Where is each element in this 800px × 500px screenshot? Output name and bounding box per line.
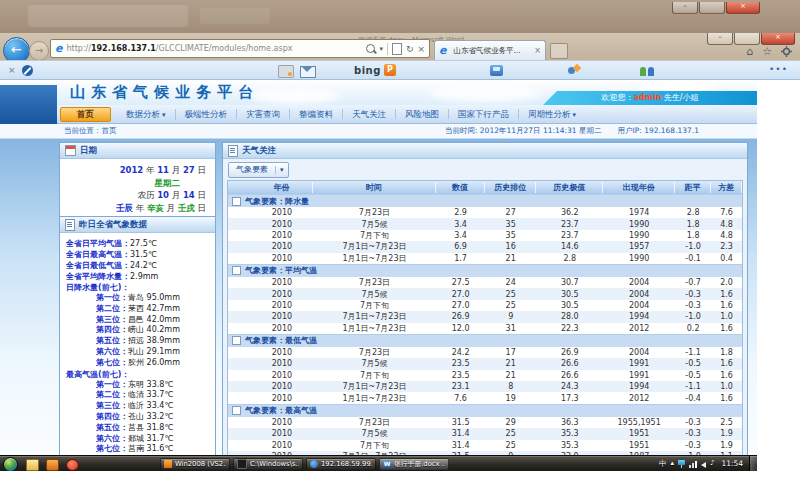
table-group-header[interactable]: 气象要素：最高气温 — [228, 404, 742, 417]
stat-line: 全省日最低气温：24.2℃ — [66, 260, 211, 271]
table-group-header[interactable]: 气象要素：平均气温 — [228, 264, 742, 277]
address-bar[interactable]: e http://192.168.137.1/GLCCLIMATE/module… — [50, 39, 430, 58]
browser-pinned-icon[interactable] — [66, 459, 79, 471]
site-header: 山东省气候业务平台 欢迎您：admin 先生/小姐 — [0, 80, 757, 105]
browser-tab[interactable]: e 山东省气候业务平... × — [434, 40, 546, 60]
maximize-button[interactable] — [699, 2, 725, 14]
favorites-star-icon[interactable]: ☆ — [762, 46, 772, 57]
breadcrumb-bar: 当前位置：首页 当前时间: 2012年11月27日 11:14:31 星期二 用… — [0, 124, 757, 139]
nav-item[interactable]: 风险地图▾ — [396, 109, 449, 119]
taskbar-button[interactable]: C:\Windows\s... — [233, 458, 303, 471]
browser-caption-buttons: – × — [706, 33, 795, 45]
rank-line: 第七位：胶州 26.0mm — [66, 358, 211, 369]
task-app-icon — [164, 460, 172, 468]
system-tray: 中 ▴ ♪ 11:54 — [659, 458, 743, 469]
close-button[interactable]: × — [726, 2, 760, 14]
ganzhi-date: 壬辰 年 辛亥 月 壬戌 日 — [64, 202, 206, 215]
blocked-circle-icon[interactable] — [22, 65, 33, 76]
ime-indicator[interactable]: 中 — [659, 458, 667, 469]
compatibility-view-icon[interactable] — [392, 43, 402, 55]
table-row: 2010 7月下旬 3.4 35 23.7 1990 1.8 4 — [228, 230, 742, 241]
weather-stats-panel: 昨日全省气象数据 全省日平均气温：27.5℃ 全省日最高气温：31.5℃ 全省日… — [59, 216, 216, 471]
rank-line: 第六位：乳山 29.1mm — [66, 347, 211, 358]
browser-forward-button[interactable]: → — [29, 41, 49, 61]
group-checkbox[interactable] — [232, 266, 241, 275]
main-nav: 首页▾ 数据分析▾ 极端性分析▾ 灾害查询▾ 整编资料▾ 天气关注▾ 风险地图▾… — [0, 105, 757, 124]
table-group-header[interactable]: 气象要素：降水量 — [228, 194, 742, 207]
group-checkbox[interactable] — [232, 336, 241, 345]
bing-logo[interactable]: bing P — [354, 64, 396, 76]
webpage: 山东省气候业务平台 欢迎您：admin 先生/小姐 首页▾ 数据分析▾ 极端性分… — [0, 80, 757, 471]
card-reader-icon[interactable] — [278, 65, 294, 78]
nav-item[interactable]: 首页▾ — [60, 107, 111, 122]
nav-item[interactable]: 天气关注▾ — [343, 109, 396, 119]
tray-expand-icon[interactable]: ▴ — [670, 458, 674, 469]
refresh-icon[interactable]: ↻ — [406, 44, 414, 54]
taskbar-button[interactable]: 192.168.59.99... — [306, 458, 376, 471]
browser-maximize-button[interactable] — [734, 33, 760, 45]
element-selector-button[interactable]: 气象要素 ▾ — [228, 162, 289, 178]
minimize-button[interactable]: – — [672, 2, 698, 14]
stop-icon[interactable]: × — [417, 44, 425, 54]
stat-line: 全省日平均气温：27.5℃ — [66, 238, 211, 249]
browser-close-button[interactable]: × — [761, 33, 795, 45]
table-header-row: 年份 时间 数值 历史排位 历史极值 出现年份 距平 方差 — [228, 181, 742, 194]
stat-line: 全省平均降水量：2.9mm — [66, 271, 211, 282]
rank-line: 第四位：崂山 40.2mm — [66, 325, 211, 336]
nav-item[interactable]: 国家下行产品▾ — [449, 109, 519, 119]
section-title: 日降水量(前七)： — [66, 282, 211, 293]
table-group-header[interactable]: 气象要素：最低气温 — [228, 334, 742, 347]
table-row: 2010 1月1日~7月23日 12.0 31 22.3 2012 0.2 — [228, 323, 742, 334]
media-player-icon[interactable] — [46, 459, 59, 471]
toolbar-overflow-icon[interactable]: ••• — [769, 64, 788, 74]
taskbar-button[interactable]: Win2008 (VS2... — [160, 458, 230, 471]
show-desktop-button[interactable] — [749, 456, 757, 471]
nav-item[interactable]: 灾害查询▾ — [237, 109, 290, 119]
nav-item[interactable]: 周期性分析▾ — [519, 109, 585, 120]
highlights-icon[interactable] — [568, 65, 580, 76]
people-icon[interactable] — [640, 65, 654, 76]
table-row: 2010 7月5候 31.4 25 35.3 1951 -0.3 — [228, 428, 742, 439]
start-button[interactable] — [3, 457, 18, 471]
task-app-icon — [310, 460, 318, 468]
volume-icon[interactable] — [701, 462, 706, 468]
taskbar: Win2008 (VS2... C:\Windows\s... 192.168.… — [0, 455, 757, 471]
action-center-flag-icon[interactable] — [678, 460, 685, 468]
media-tray-icon[interactable]: ♪ — [710, 458, 714, 469]
table-row: 2010 7月23日 2.9 27 36.2 1974 2.8 — [228, 207, 742, 218]
url-text[interactable]: http://192.168.137.1/GLCCLIMATE/modules/… — [66, 44, 362, 53]
gear-icon[interactable] — [781, 46, 792, 57]
mail-icon[interactable] — [300, 66, 316, 78]
chevron-down-icon: ▾ — [162, 111, 166, 119]
search-dropdown-icon[interactable]: ▾ — [379, 45, 383, 53]
browser-minimize-button[interactable]: – — [707, 33, 733, 45]
rank-line: 第七位：莒南 31.6℃ — [66, 444, 211, 455]
new-tab-button[interactable] — [550, 43, 568, 59]
chevron-down-icon[interactable]: ▾ — [275, 166, 288, 174]
table-row: 2010 1月1日~7月23日 1.7 21 2.8 1990 -0.1 — [228, 253, 742, 264]
search-icon[interactable] — [366, 44, 375, 53]
toolbar-close-icon[interactable]: × — [8, 65, 16, 75]
network-icon[interactable] — [689, 460, 697, 468]
table-row: 2010 7月5候 23.5 21 26.6 1991 -0.5 — [228, 358, 742, 369]
nav-item[interactable]: 极端性分析▾ — [176, 109, 238, 119]
taskbar-button[interactable]: W 银行手册.docx ... — [379, 458, 449, 471]
task-buttons: Win2008 (VS2... C:\Windows\s... 192.168.… — [160, 458, 449, 471]
gregorian-date: 2012 年 11 月 27 日 — [64, 164, 206, 177]
messenger-icon[interactable] — [490, 65, 503, 76]
table-row: 2010 7月下旬 31.4 25 35.3 1951 -0.3 — [228, 440, 742, 451]
home-icon[interactable]: ⌂ — [746, 46, 753, 57]
nav-item[interactable]: 整编资料▾ — [290, 109, 343, 119]
bing-badge-icon: P — [384, 64, 396, 76]
date-panel: 日期 2012 年 11 月 27 日 星期二 农历 10 月 14 日 — [59, 142, 216, 221]
welcome-banner: 欢迎您：admin 先生/小姐 — [543, 91, 757, 105]
table-group: 气象要素：最低气温 2010 7月23日 — [228, 334, 742, 404]
rank-line: 第二位：莱西 42.7mm — [66, 304, 211, 315]
group-checkbox[interactable] — [232, 406, 241, 415]
tab-close-icon[interactable]: × — [534, 46, 541, 55]
tab-favicon-icon: e — [439, 44, 446, 57]
group-checkbox[interactable] — [232, 197, 241, 206]
nav-item[interactable]: 数据分析▾ — [117, 109, 176, 120]
explorer-icon[interactable] — [26, 459, 39, 471]
taskbar-clock[interactable]: 11:54 — [721, 459, 743, 468]
